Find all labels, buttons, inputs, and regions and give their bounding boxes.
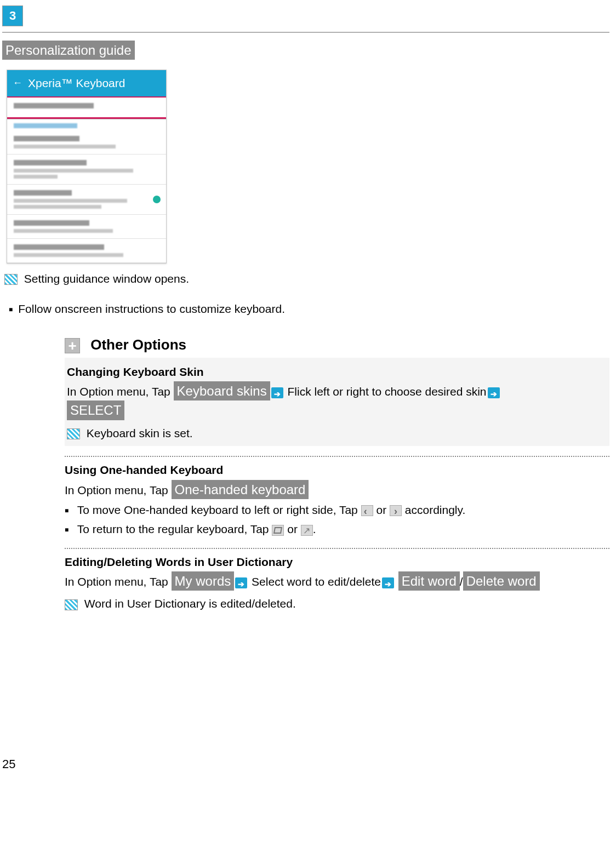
text: accordingly.: [402, 503, 465, 516]
shot-header-title: Xperia™ Keyboard: [28, 75, 125, 92]
result-icon: [67, 428, 80, 439]
heading-user-dictionary: Editing/Deleting Words in User Dictionar…: [65, 553, 609, 571]
chip-one-handed-keyboard: One-handed keyboard: [172, 480, 309, 499]
plus-icon: +: [65, 338, 80, 353]
section-title-other-options: Other Options: [90, 336, 186, 353]
divider-top: [2, 32, 609, 33]
arrow-icon: [271, 387, 283, 398]
arrow-icon: [488, 387, 500, 398]
divider-dotted: [65, 456, 609, 457]
text-onehand-pre: In Option menu, Tap: [65, 484, 172, 496]
chevron-right-icon: [390, 505, 402, 516]
text: .: [313, 523, 316, 535]
block-one-handed: Using One-handed Keyboard In Option menu…: [65, 461, 609, 538]
phone-screenshot: ← Xperia™ Keyboard: [7, 70, 167, 264]
chip-keyboard-skins: Keyboard skins: [174, 381, 270, 400]
text-skin-pre: In Option menu, Tap: [67, 385, 174, 398]
text: or: [284, 523, 300, 535]
block-user-dictionary: Editing/Deleting Words in User Dictionar…: [65, 553, 609, 613]
chip-edit-word: Edit word: [398, 571, 460, 591]
heading-one-handed: Using One-handed Keyboard: [65, 461, 609, 479]
result-icon: [4, 274, 18, 285]
chip-select: SELECT: [67, 400, 124, 420]
block-keyboard-skin: Changing Keyboard Skin In Option menu, T…: [65, 358, 609, 446]
bullet-follow-instructions: Follow onscreen instructions to customiz…: [9, 300, 609, 318]
result-text-1: Setting guidance window opens.: [24, 272, 189, 285]
heading-keyboard-skin: Changing Keyboard Skin: [67, 363, 607, 381]
step-badge-3: 3: [2, 5, 23, 26]
divider-dotted: [65, 548, 609, 549]
result-text-skin: Keyboard skin is set.: [87, 427, 193, 439]
expand-icon: [272, 525, 284, 536]
text: or: [373, 503, 390, 516]
expand-alt-icon: [301, 525, 313, 536]
bullet-onehand-return: To return to the regular keyboard, Tap o…: [65, 520, 609, 538]
chip-delete-word: Delete word: [463, 571, 540, 591]
bullet-onehand-move: To move One-handed keyboard to left or r…: [65, 501, 609, 519]
text-dict-pre: In Option menu, Tap: [65, 575, 172, 588]
arrow-icon: [235, 577, 247, 588]
text: To move One-handed keyboard to left or r…: [77, 503, 361, 516]
result-icon: [65, 599, 78, 610]
page-number: 25: [2, 755, 609, 773]
chip-personalization-guide: Personalization guide: [2, 41, 135, 60]
back-arrow-icon: ←: [13, 76, 22, 90]
chevron-left-icon: [361, 505, 373, 516]
text-dict-mid: Select word to edit/delete: [252, 575, 381, 588]
arrow-icon: [382, 577, 394, 588]
text: To return to the regular keyboard, Tap: [77, 523, 272, 535]
chip-my-words: My words: [172, 571, 235, 591]
result-text-dict: Word in User Dictionary is edited/delete…: [84, 597, 296, 610]
text-skin-mid: Flick left or right to choose desired sk…: [288, 385, 487, 398]
